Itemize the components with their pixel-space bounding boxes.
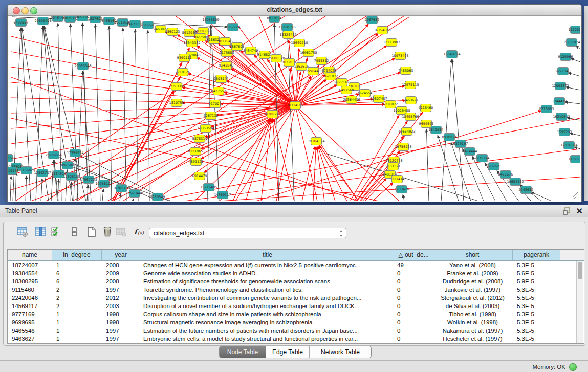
cell-year[interactable]: 2003 — [102, 302, 140, 310]
graph-node[interactable]: 5227414 — [390, 176, 405, 183]
cell-year[interactable]: 2008 — [102, 277, 140, 286]
show-columns-icon[interactable] — [35, 226, 47, 239]
table-row[interactable]: 2242004622012Investigating the contribut… — [8, 294, 584, 302]
cell-title[interactable]: Estimation of the future numbers of pati… — [140, 326, 395, 335]
column-header-title[interactable]: title — [140, 250, 395, 260]
graph-edge[interactable] — [135, 29, 138, 201]
graph-node[interactable]: 19218596 — [278, 24, 295, 31]
graph-edge[interactable] — [51, 160, 53, 201]
graph-node[interactable]: 1990448 — [306, 68, 321, 75]
graph-edge[interactable] — [41, 178, 42, 201]
cell-year[interactable]: 1998 — [102, 318, 140, 326]
tab-network-table[interactable]: Network Table — [310, 346, 371, 358]
cell-short[interactable]: Dudbridge et al. (2008) — [432, 277, 513, 286]
cell-short[interactable]: de Silva et al. (2003) — [432, 302, 513, 310]
cell-name[interactable]: 9777169 — [8, 310, 52, 318]
cell-title[interactable]: Corpus callosum shape and size in male p… — [140, 310, 395, 318]
graph-node[interactable]: 7955812 — [314, 57, 329, 65]
cell-year[interactable]: 1997 — [102, 286, 140, 294]
cell-pagerank[interactable]: 5.3E-5 — [513, 310, 560, 318]
cell-short[interactable]: Stergiakouli et al. (2012) — [432, 294, 513, 302]
graph-node[interactable]: 9115460 — [419, 104, 433, 112]
graph-node[interactable]: 9175685 — [220, 49, 234, 57]
graph-edge[interactable] — [11, 105, 295, 174]
tab-edge-table[interactable]: Edge Table — [266, 346, 310, 358]
graph-edge[interactable] — [10, 176, 11, 201]
graph-node[interactable]: 9151321 — [386, 163, 401, 170]
graph-node[interactable]: 6379197 — [453, 140, 468, 148]
column-header-year[interactable]: year — [102, 250, 140, 260]
table-row[interactable]: 1456911722003Disruption of a novel membe… — [8, 302, 584, 310]
graph-node[interactable]: 1624554 — [358, 90, 373, 97]
cell-out_degree[interactable]: 0 — [395, 326, 432, 335]
table-row[interactable]: 911546021997Tourette syndrome. Phenomeno… — [8, 286, 584, 294]
cell-pagerank[interactable]: 5.3E-5 — [513, 335, 560, 343]
cell-pagerank[interactable]: 5.9E-5 — [513, 277, 560, 286]
cell-title[interactable]: Investigating the contribution of common… — [140, 294, 395, 302]
cell-in_degree[interactable]: 2 — [52, 302, 102, 310]
column-header-in_degree[interactable]: in_degree — [52, 250, 102, 260]
cell-in_degree[interactable]: 1 — [52, 310, 102, 318]
cell-out_degree[interactable]: 0 — [395, 286, 432, 294]
graph-node[interactable]: 9463627 — [404, 97, 419, 104]
close-panel-icon[interactable]: ✕ — [576, 206, 583, 217]
cell-year[interactable]: 1997 — [102, 335, 140, 343]
graph-node[interactable]: 9242848 — [219, 62, 234, 70]
graph-edge[interactable] — [570, 58, 580, 62]
graph-node[interactable]: 1112507 — [569, 26, 580, 34]
graph-node[interactable]: 8221065 — [188, 148, 203, 156]
graph-edge[interactable] — [452, 59, 464, 201]
graph-node[interactable]: 1107533 — [569, 156, 580, 163]
cell-name[interactable]: 18300295 — [8, 277, 52, 286]
close-window-icon[interactable] — [13, 7, 20, 14]
cell-pagerank[interactable]: 5.5E-5 — [513, 294, 560, 302]
graph-node[interactable]: 19654923 — [398, 128, 415, 136]
graph-edge[interactable] — [403, 194, 404, 201]
cell-short[interactable]: Tibbo et al. (1998) — [432, 310, 513, 318]
cell-title[interactable]: Disruption of a novel member of a sodium… — [140, 302, 395, 310]
graph-node[interactable]: 9777169 — [335, 79, 350, 86]
graph-node[interactable]: 19384554 — [308, 138, 324, 145]
clear-selection-icon[interactable] — [68, 226, 80, 239]
graph-node[interactable]: 16648794 — [443, 51, 460, 58]
cell-name[interactable]: 9115460 — [8, 286, 52, 294]
graph-node[interactable]: 10975887 — [59, 162, 76, 169]
table-row[interactable]: 1938455462009Genome-wide association stu… — [8, 269, 584, 277]
graph-node[interactable]: 10654112 — [507, 178, 524, 186]
graph-node[interactable]: 1640954 — [429, 126, 444, 134]
cell-out_degree[interactable]: 0 — [395, 294, 432, 302]
graph-edge[interactable] — [531, 192, 552, 201]
cell-name[interactable]: 14569117 — [8, 302, 52, 310]
graph-edge[interactable] — [295, 105, 358, 201]
cell-out_degree[interactable]: 0 — [395, 335, 432, 343]
graph-node[interactable]: 1244419 — [552, 98, 567, 105]
graph-edge[interactable] — [204, 105, 295, 137]
cell-pagerank[interactable]: 5.3E-5 — [513, 302, 560, 310]
table-vertical-scrollbar[interactable] — [576, 261, 583, 343]
cell-out_degree[interactable]: 0 — [395, 318, 432, 326]
cell-in_degree[interactable]: 2 — [52, 286, 102, 294]
table-row[interactable]: 946362711997Embryonic stem cells: a mode… — [8, 335, 584, 343]
graph-node[interactable]: 1733426 — [395, 186, 409, 193]
column-header-short[interactable]: short — [432, 250, 513, 260]
graph-node[interactable]: 2087682 — [365, 16, 380, 24]
cell-name[interactable]: 9463627 — [8, 335, 52, 343]
graph-edge[interactable] — [220, 119, 270, 201]
graph-edge[interactable] — [564, 102, 580, 104]
cell-name[interactable]: 19384554 — [8, 269, 52, 277]
table-row[interactable]: 977716911998Corpus callosum shape and si… — [8, 310, 584, 318]
cell-name[interactable]: 22420046 — [8, 294, 52, 302]
graph-edge[interactable] — [123, 28, 126, 201]
graph-node[interactable]: 9227343 — [556, 68, 571, 75]
float-panel-icon[interactable] — [563, 207, 571, 215]
cell-out_degree[interactable]: 0 — [395, 302, 432, 310]
graph-node[interactable]: 8938924 — [442, 134, 457, 141]
cell-pagerank[interactable]: 5.3E-5 — [513, 261, 560, 269]
cell-in_degree[interactable]: 1 — [52, 326, 102, 335]
graph-node[interactable]: 2560596 — [8, 155, 14, 162]
graph-edge[interactable] — [154, 118, 580, 201]
network-table-selector[interactable]: citations_edges.txt ▲▼ — [149, 228, 346, 238]
cell-in_degree[interactable]: 6 — [52, 277, 102, 286]
graph-node[interactable]: 8427552 — [211, 87, 226, 95]
cell-short[interactable]: Franke et al. (2009) — [432, 269, 513, 277]
